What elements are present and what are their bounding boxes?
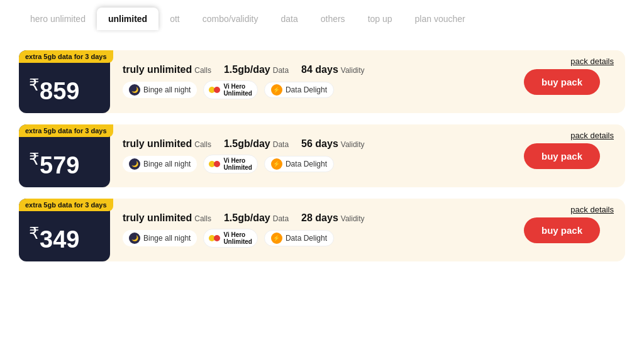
binge-label-859: Binge all night: [143, 85, 191, 94]
vi-hero-badge-579: Vi HeroUnlimited: [203, 155, 258, 173]
data-sub-579: Data: [273, 140, 289, 149]
data-spec-579: 1.5gb/day Data: [224, 138, 289, 150]
extra-badge-859: extra 5gb data for 3 days: [19, 50, 113, 63]
price-block-579: extra 5gb data for 3 days ₹579: [19, 124, 110, 187]
vi-hero-badge-349: Vi HeroUnlimited: [203, 229, 258, 248]
plan-card-349: pack details extra 5gb data for 3 days ₹…: [19, 199, 625, 261]
plan-specs-579: truly unlimited Calls 1.5gb/day Data 56 …: [123, 138, 505, 150]
binge-tag-859: 🌙 Binge all night: [123, 82, 197, 98]
pack-details-859[interactable]: pack details: [570, 57, 614, 66]
calls-label-859: truly unlimited: [123, 64, 192, 75]
data-label-859: 1.5gb/day: [224, 64, 270, 75]
validity-spec-859: 84 days Validity: [301, 64, 365, 75]
price-amount-349: ₹349: [29, 225, 79, 251]
price-amount-859: ₹859: [29, 77, 79, 103]
data-delight-icon-859: ⚡: [271, 84, 282, 96]
buy-pack-button-579[interactable]: buy pack: [524, 143, 600, 169]
calls-spec-579: truly unlimited Calls: [123, 138, 211, 150]
data-delight-label-859: Data Delight: [286, 85, 327, 94]
plan-card-579: pack details extra 5gb data for 3 days ₹…: [19, 124, 625, 187]
calls-label-349: truly unlimited: [123, 212, 192, 224]
tab-data[interactable]: data: [269, 8, 309, 30]
tab-plan-voucher[interactable]: plan voucher: [404, 8, 477, 30]
data-delight-icon-349: ⚡: [271, 233, 282, 244]
plan-specs-859: truly unlimited Calls 1.5gb/day Data 84 …: [123, 64, 505, 75]
currency-symbol-2: ₹: [29, 150, 40, 168]
plan-card-859: pack details extra 5gb data for 3 days ₹…: [19, 50, 625, 113]
data-delight-label-579: Data Delight: [286, 160, 327, 168]
data-delight-icon-579: ⚡: [271, 158, 282, 170]
nav-tabs: hero unlimited unlimited ott combo/valid…: [0, 0, 644, 38]
plan-specs-349: truly unlimited Calls 1.5gb/day Data 28 …: [123, 212, 505, 224]
tab-ott[interactable]: ott: [158, 8, 191, 30]
buy-pack-button-859[interactable]: buy pack: [524, 69, 600, 95]
pack-details-349[interactable]: pack details: [570, 205, 614, 214]
tab-unlimited[interactable]: unlimited: [97, 8, 158, 30]
extra-badge-579: extra 5gb data for 3 days: [19, 124, 113, 137]
moon-icon: 🌙: [129, 84, 140, 96]
tab-combo-validity[interactable]: combo/validity: [191, 8, 270, 30]
tab-top-up[interactable]: top up: [357, 8, 404, 30]
data-label-349: 1.5gb/day: [224, 212, 270, 224]
vi-red-dot: [214, 87, 220, 93]
validity-sub-579: Validity: [341, 140, 365, 149]
plan-details-349: truly unlimited Calls 1.5gb/day Data 28 …: [110, 199, 518, 261]
pack-details-579[interactable]: pack details: [570, 131, 614, 140]
binge-tag-349: 🌙 Binge all night: [123, 230, 197, 246]
vi-red-dot-2: [214, 161, 220, 167]
plan-tags-859: 🌙 Binge all night Vi HeroUnlimited ⚡ Dat…: [123, 80, 505, 99]
plan-tags-349: 🌙 Binge all night Vi HeroUnlimited ⚡ Dat…: [123, 229, 505, 248]
data-sub-859: Data: [273, 66, 289, 75]
binge-tag-579: 🌙 Binge all night: [123, 156, 197, 172]
data-delight-badge-579: ⚡ Data Delight: [264, 156, 334, 172]
plan-details-579: truly unlimited Calls 1.5gb/day Data 56 …: [110, 124, 518, 187]
calls-spec-349: truly unlimited Calls: [123, 212, 211, 224]
validity-spec-579: 56 days Validity: [301, 138, 365, 150]
calls-sub-859: Calls: [194, 66, 211, 75]
moon-icon-2: 🌙: [129, 158, 140, 170]
data-delight-badge-859: ⚡ Data Delight: [264, 82, 334, 98]
vi-red-dot-3: [214, 235, 220, 241]
validity-sub-859: Validity: [341, 66, 365, 75]
calls-sub-349: Calls: [194, 214, 211, 223]
tab-hero-unlimited[interactable]: hero unlimited: [19, 8, 97, 30]
moon-icon-3: 🌙: [129, 233, 140, 244]
vi-text-349: Vi HeroUnlimited: [223, 231, 252, 245]
vi-text-859: Vi HeroUnlimited: [223, 83, 252, 97]
validity-label-349: 28 days: [301, 212, 338, 224]
price-block-349: extra 5gb data for 3 days ₹349: [19, 199, 110, 261]
vi-text-579: Vi HeroUnlimited: [223, 157, 252, 171]
extra-badge-349: extra 5gb data for 3 days: [19, 199, 113, 211]
currency-symbol-3: ₹: [29, 224, 40, 243]
validity-sub-349: Validity: [341, 214, 365, 223]
binge-label-349: Binge all night: [143, 234, 191, 243]
calls-label-579: truly unlimited: [123, 138, 192, 150]
tab-others[interactable]: others: [309, 8, 357, 30]
buy-pack-button-349[interactable]: buy pack: [524, 217, 600, 243]
data-spec-349: 1.5gb/day Data: [224, 212, 289, 224]
binge-label-579: Binge all night: [143, 160, 191, 168]
calls-sub-579: Calls: [194, 140, 211, 149]
currency-symbol: ₹: [29, 75, 40, 94]
validity-label-859: 84 days: [301, 64, 338, 75]
price-amount-579: ₹579: [29, 151, 79, 177]
validity-label-579: 56 days: [301, 138, 338, 150]
plan-details-859: truly unlimited Calls 1.5gb/day Data 84 …: [110, 50, 518, 113]
validity-spec-349: 28 days Validity: [301, 212, 365, 224]
plan-tags-579: 🌙 Binge all night Vi HeroUnlimited ⚡ Dat…: [123, 155, 505, 173]
data-sub-349: Data: [273, 214, 289, 223]
vi-hero-badge-859: Vi HeroUnlimited: [203, 80, 258, 99]
calls-spec-859: truly unlimited Calls: [123, 64, 211, 75]
plans-container: pack details extra 5gb data for 3 days ₹…: [0, 38, 644, 274]
data-spec-859: 1.5gb/day Data: [224, 64, 289, 75]
data-delight-label-349: Data Delight: [286, 234, 327, 243]
data-label-579: 1.5gb/day: [224, 138, 270, 150]
data-delight-badge-349: ⚡ Data Delight: [264, 230, 334, 246]
price-block-859: extra 5gb data for 3 days ₹859: [19, 50, 110, 113]
